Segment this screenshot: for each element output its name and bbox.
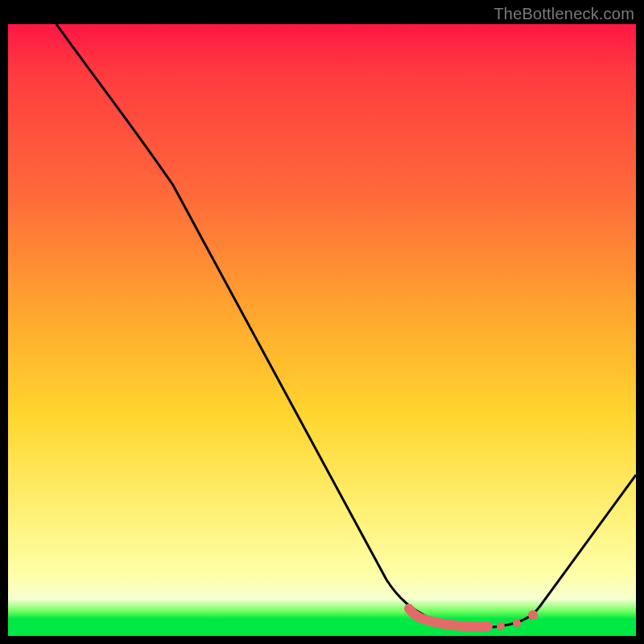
highlight-dot xyxy=(513,619,521,627)
bottleneck-curve xyxy=(56,24,636,628)
chart-area xyxy=(8,24,636,636)
highlight-dot xyxy=(497,622,505,630)
bottleneck-curve-svg xyxy=(8,24,636,636)
highlight-segment xyxy=(409,609,488,626)
watermark-text: TheBottleneck.com xyxy=(493,5,634,23)
highlight-dot xyxy=(528,610,538,620)
